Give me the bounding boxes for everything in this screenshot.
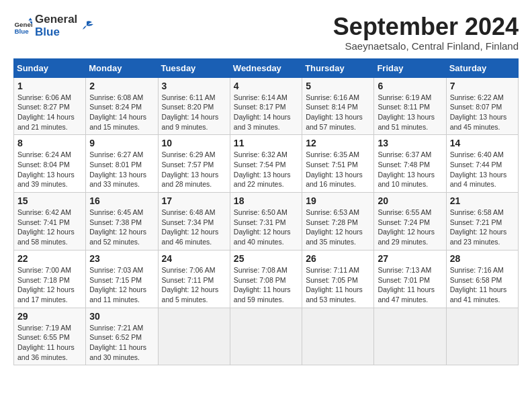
header-sunday: Sunday [14, 58, 86, 77]
day-number: 22 [17, 253, 82, 264]
day-number: 3 [162, 81, 226, 91]
cell-week1-day4: 4Sunrise: 6:14 AMSunset: 8:17 PMDaylight… [230, 77, 302, 135]
cell-week2-day3: 10Sunrise: 6:29 AMSunset: 7:57 PMDayligh… [158, 135, 230, 193]
day-number: 18 [234, 195, 298, 206]
cell-week4-day4: 25Sunrise: 7:08 AMSunset: 7:08 PMDayligh… [230, 250, 302, 308]
day-number: 19 [306, 195, 370, 206]
day-detail: Sunrise: 6:11 AMSunset: 8:20 PMDaylight:… [162, 93, 219, 131]
logo-bird-icon [80, 19, 95, 34]
cell-week4-day3: 24Sunrise: 7:06 AMSunset: 7:11 PMDayligh… [158, 250, 230, 308]
day-detail: Sunrise: 6:29 AMSunset: 7:57 PMDaylight:… [162, 150, 219, 188]
calendar-table: SundayMondayTuesdayWednesdayThursdayFrid… [13, 58, 519, 366]
day-detail: Sunrise: 6:50 AMSunset: 7:31 PMDaylight:… [234, 208, 291, 246]
day-detail: Sunrise: 6:27 AMSunset: 8:01 PMDaylight:… [89, 150, 146, 188]
day-number: 15 [17, 195, 82, 206]
cell-week1-day6: 6Sunrise: 6:19 AMSunset: 8:11 PMDaylight… [374, 77, 446, 135]
week-row-5: 29Sunrise: 7:19 AMSunset: 6:55 PMDayligh… [14, 308, 519, 365]
day-number: 21 [450, 195, 515, 206]
day-detail: Sunrise: 7:03 AMSunset: 7:15 PMDaylight:… [89, 266, 146, 304]
day-number: 30 [89, 311, 154, 322]
day-number: 5 [306, 81, 370, 91]
day-number: 7 [450, 81, 515, 91]
day-detail: Sunrise: 6:22 AMSunset: 8:07 PMDaylight:… [450, 93, 507, 131]
logo-general: General [35, 13, 77, 26]
title-area: September 2024 Saeynaetsalo, Central Fin… [333, 13, 519, 52]
header-monday: Monday [86, 58, 158, 77]
day-detail: Sunrise: 6:16 AMSunset: 8:14 PMDaylight:… [306, 93, 363, 131]
week-row-1: 1Sunrise: 6:06 AMSunset: 8:27 PMDaylight… [14, 77, 519, 135]
day-number: 24 [162, 253, 226, 264]
day-number: 13 [378, 138, 442, 148]
svg-marker-2 [28, 17, 32, 20]
day-detail: Sunrise: 7:16 AMSunset: 6:58 PMDaylight:… [450, 266, 507, 304]
day-number: 25 [234, 253, 298, 264]
header-saturday: Saturday [446, 58, 518, 77]
subtitle: Saeynaetsalo, Central Finland, Finland [333, 40, 519, 52]
cell-week4-day6: 27Sunrise: 7:13 AMSunset: 7:01 PMDayligh… [374, 250, 446, 308]
cell-week3-day6: 20Sunrise: 6:55 AMSunset: 7:24 PMDayligh… [374, 193, 446, 250]
day-number: 6 [378, 81, 442, 91]
day-number: 11 [234, 138, 298, 148]
week-row-4: 22Sunrise: 7:00 AMSunset: 7:18 PMDayligh… [14, 250, 519, 308]
cell-week4-day2: 23Sunrise: 7:03 AMSunset: 7:15 PMDayligh… [86, 250, 158, 308]
day-detail: Sunrise: 6:14 AMSunset: 8:17 PMDaylight:… [234, 93, 291, 131]
cell-week2-day6: 13Sunrise: 6:37 AMSunset: 7:48 PMDayligh… [374, 135, 446, 193]
day-detail: Sunrise: 7:00 AMSunset: 7:18 PMDaylight:… [17, 266, 75, 304]
day-detail: Sunrise: 6:08 AMSunset: 8:24 PMDaylight:… [89, 93, 146, 131]
logo-blue: Blue [35, 26, 77, 39]
cell-week2-day5: 12Sunrise: 6:35 AMSunset: 7:51 PMDayligh… [302, 135, 374, 193]
day-detail: Sunrise: 6:35 AMSunset: 7:51 PMDaylight:… [306, 150, 363, 188]
cell-week1-day7: 7Sunrise: 6:22 AMSunset: 8:07 PMDaylight… [446, 77, 518, 135]
cell-week1-day5: 5Sunrise: 6:16 AMSunset: 8:14 PMDaylight… [302, 77, 374, 135]
day-detail: Sunrise: 6:37 AMSunset: 7:48 PMDaylight:… [378, 150, 435, 188]
day-detail: Sunrise: 6:42 AMSunset: 7:41 PMDaylight:… [17, 208, 75, 246]
cell-week5-day1: 29Sunrise: 7:19 AMSunset: 6:55 PMDayligh… [14, 308, 86, 365]
cell-week5-day7 [446, 308, 518, 365]
cell-week5-day6 [374, 308, 446, 365]
day-number: 17 [162, 195, 226, 206]
day-number: 28 [450, 253, 515, 264]
cell-week3-day4: 18Sunrise: 6:50 AMSunset: 7:31 PMDayligh… [230, 193, 302, 250]
cell-week3-day2: 16Sunrise: 6:45 AMSunset: 7:38 PMDayligh… [86, 193, 158, 250]
cell-week5-day3 [158, 308, 230, 365]
day-number: 2 [89, 81, 154, 91]
day-detail: Sunrise: 6:40 AMSunset: 7:44 PMDaylight:… [450, 150, 507, 188]
cell-week1-day3: 3Sunrise: 6:11 AMSunset: 8:20 PMDaylight… [158, 77, 230, 135]
day-detail: Sunrise: 6:06 AMSunset: 8:27 PMDaylight:… [17, 93, 75, 131]
cell-week2-day4: 11Sunrise: 6:32 AMSunset: 7:54 PMDayligh… [230, 135, 302, 193]
cell-week3-day3: 17Sunrise: 6:48 AMSunset: 7:34 PMDayligh… [158, 193, 230, 250]
day-number: 12 [306, 138, 370, 148]
header-friday: Friday [374, 58, 446, 77]
day-number: 9 [89, 138, 154, 148]
day-detail: Sunrise: 6:32 AMSunset: 7:54 PMDaylight:… [234, 150, 291, 188]
cell-week2-day7: 14Sunrise: 6:40 AMSunset: 7:44 PMDayligh… [446, 135, 518, 193]
day-detail: Sunrise: 7:06 AMSunset: 7:11 PMDaylight:… [162, 266, 219, 304]
day-number: 1 [17, 81, 82, 91]
day-detail: Sunrise: 6:48 AMSunset: 7:34 PMDaylight:… [162, 208, 219, 246]
day-number: 10 [162, 138, 226, 148]
cell-week1-day2: 2Sunrise: 6:08 AMSunset: 8:24 PMDaylight… [86, 77, 158, 135]
svg-text:Blue: Blue [14, 28, 29, 35]
day-number: 23 [89, 253, 154, 264]
week-row-2: 8Sunrise: 6:24 AMSunset: 8:04 PMDaylight… [14, 135, 519, 193]
week-row-3: 15Sunrise: 6:42 AMSunset: 7:41 PMDayligh… [14, 193, 519, 250]
day-detail: Sunrise: 6:24 AMSunset: 8:04 PMDaylight:… [17, 150, 75, 188]
day-number: 20 [378, 195, 442, 206]
cell-week5-day2: 30Sunrise: 7:21 AMSunset: 6:52 PMDayligh… [86, 308, 158, 365]
day-number: 16 [89, 195, 154, 206]
cell-week3-day1: 15Sunrise: 6:42 AMSunset: 7:41 PMDayligh… [14, 193, 86, 250]
day-detail: Sunrise: 7:08 AMSunset: 7:08 PMDaylight:… [234, 266, 291, 304]
cell-week4-day7: 28Sunrise: 7:16 AMSunset: 6:58 PMDayligh… [446, 250, 518, 308]
cell-week1-day1: 1Sunrise: 6:06 AMSunset: 8:27 PMDaylight… [14, 77, 86, 135]
day-number: 27 [378, 253, 442, 264]
cell-week5-day5 [302, 308, 374, 365]
day-detail: Sunrise: 7:19 AMSunset: 6:55 PMDaylight:… [17, 324, 75, 361]
cell-week3-day5: 19Sunrise: 6:53 AMSunset: 7:28 PMDayligh… [302, 193, 374, 250]
day-number: 14 [450, 138, 515, 148]
cell-week2-day1: 8Sunrise: 6:24 AMSunset: 8:04 PMDaylight… [14, 135, 86, 193]
cell-week4-day1: 22Sunrise: 7:00 AMSunset: 7:18 PMDayligh… [14, 250, 86, 308]
day-detail: Sunrise: 7:21 AMSunset: 6:52 PMDaylight:… [89, 324, 146, 361]
header-thursday: Thursday [302, 58, 374, 77]
day-detail: Sunrise: 6:53 AMSunset: 7:28 PMDaylight:… [306, 208, 363, 246]
day-number: 26 [306, 253, 370, 264]
